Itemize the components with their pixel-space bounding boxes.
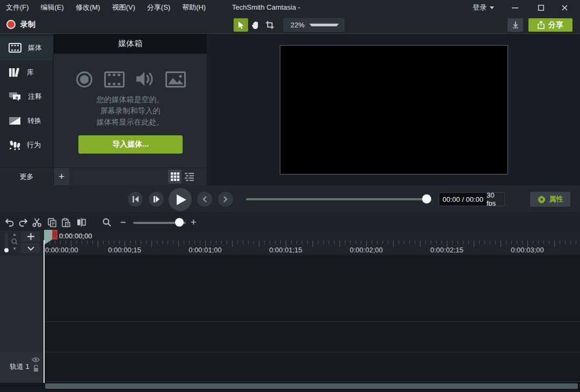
list-view-icon [185, 173, 194, 181]
seek-slider[interactable] [246, 198, 430, 200]
empty-message-line: 屏幕录制和导入的 [54, 105, 207, 117]
timeline-tracks-area[interactable]: 轨道 1 [0, 255, 580, 383]
paste-icon [62, 218, 70, 227]
sidebar-item-behaviors[interactable]: 行为 [0, 133, 53, 157]
ruler-label: 0:00:01;00 [189, 246, 221, 254]
playhead-marker[interactable] [52, 230, 57, 239]
copy-icon [48, 218, 56, 227]
toolbar-separator [91, 215, 92, 230]
tools-sidebar: 媒体 库 a 注释 转换 行为 更多 [0, 34, 54, 185]
chevron-right-icon [223, 196, 228, 202]
track-options-button[interactable] [21, 243, 40, 253]
sidebar-item-label: 媒体 [28, 43, 42, 53]
sidebar-item-library[interactable]: 库 [0, 60, 53, 84]
annotations-icon: a [9, 91, 21, 101]
download-button[interactable] [508, 18, 523, 32]
time-display-box: 00:00 / 00:00 30 fps [439, 192, 505, 206]
playhead-line[interactable] [44, 240, 45, 383]
share-label: 分享 [548, 20, 563, 30]
share-button[interactable]: 分享 [528, 18, 572, 32]
select-tool-button[interactable] [234, 18, 248, 32]
close-button[interactable] [555, 0, 574, 15]
play-icon [177, 194, 186, 205]
media-bin-title: 媒体箱 [54, 34, 207, 54]
empty-message-line: 您的媒体箱是空的。 [54, 94, 207, 105]
canvas-zoom-dropdown[interactable]: 22% [284, 18, 344, 32]
share-icon [538, 21, 545, 29]
sidebar-item-transitions[interactable]: 转换 [0, 108, 53, 133]
properties-button[interactable]: 属性 [530, 192, 570, 207]
behaviors-icon [9, 140, 20, 150]
svg-text:a: a [16, 95, 18, 100]
add-track-button[interactable] [21, 231, 40, 242]
timeline-ruler[interactable]: 0:00:00;00 0:00:00;15 0:00:01;00 0:00:01… [0, 231, 580, 255]
track1-label: 轨道 1 [0, 362, 30, 372]
paste-button[interactable] [59, 215, 73, 229]
zoom-in-button[interactable]: + [191, 215, 197, 230]
ruler-label: 0:00:00;00 [45, 246, 78, 254]
menu-share[interactable]: 分享(S) [141, 0, 176, 15]
crop-tool-button[interactable] [263, 18, 277, 32]
canvas-area [207, 34, 580, 185]
sign-in-button[interactable]: 登录 [473, 0, 494, 15]
maximize-button[interactable] [532, 0, 550, 15]
media-bin-panel: 媒体箱 您的媒体箱是空的。 屏幕录制和导入的 媒体将显示在此处。 导入媒体...… [54, 34, 207, 185]
next-button[interactable] [218, 192, 233, 207]
download-arrow-icon [512, 21, 519, 28]
hand-icon [251, 21, 259, 30]
cut-button[interactable] [30, 215, 44, 229]
sidebar-item-label: 库 [27, 68, 34, 77]
chevron-down-icon [309, 24, 339, 26]
step-forward-icon [153, 196, 160, 202]
split-icon [77, 218, 86, 227]
ruler-label: 0:00:02;00 [350, 246, 382, 254]
list-view-button[interactable] [183, 170, 196, 184]
step-back-button[interactable] [128, 192, 143, 207]
redo-button[interactable] [16, 215, 30, 229]
step-back-icon [132, 196, 139, 202]
add-media-button[interactable]: + [54, 168, 69, 185]
video-preview-stage[interactable] [280, 45, 508, 175]
timeline: 0:00:00;00 0:00:00;15 0:00:01;00 0:00:01… [0, 231, 580, 392]
playhead-flag[interactable] [44, 230, 53, 245]
gear-icon [538, 195, 546, 204]
menu-view[interactable]: 视图(V) [106, 0, 141, 15]
lock-icon[interactable] [33, 365, 39, 372]
horizontal-scrollbar-thumb[interactable] [45, 383, 578, 389]
media-bin-title-text: 媒体箱 [118, 39, 142, 49]
empty-message-line: 媒体将显示在此处。 [54, 117, 207, 128]
sidebar-more-button[interactable]: 更多 [0, 168, 53, 185]
camtasia-window: 文件(F) 编辑(E) 修改(M) 视图(V) 分享(S) 帮助(H) Tech… [0, 0, 580, 392]
menu-edit[interactable]: 编辑(E) [35, 0, 70, 15]
record-button[interactable]: 录制 [4, 17, 38, 32]
image-icon [165, 71, 186, 88]
sidebar-item-label: 行为 [27, 140, 41, 150]
chevron-down-icon [27, 246, 34, 251]
import-media-button[interactable]: 导入媒体... [78, 135, 183, 154]
minimize-button[interactable] [506, 0, 524, 15]
eye-icon[interactable] [32, 357, 40, 362]
track-divider [0, 381, 580, 382]
chevron-down-icon [490, 6, 494, 9]
timeline-zoom-handle[interactable] [175, 218, 184, 227]
media-bin-empty-message: 您的媒体箱是空的。 屏幕录制和导入的 媒体将显示在此处。 [54, 94, 207, 128]
sidebar-item-annotations[interactable]: a 注释 [0, 84, 53, 108]
grid-view-button[interactable] [168, 170, 182, 184]
zoom-out-button[interactable]: − [120, 215, 126, 230]
menu-file[interactable]: 文件(F) [0, 0, 35, 15]
step-forward-button[interactable] [149, 192, 164, 207]
copy-button[interactable] [45, 215, 59, 229]
menu-help[interactable]: 帮助(H) [176, 0, 212, 15]
magnifier-icon [103, 218, 111, 227]
track1-header[interactable]: 轨道 1 [0, 352, 43, 381]
play-button[interactable] [169, 188, 192, 211]
undo-button[interactable] [2, 215, 16, 229]
previous-button[interactable] [197, 192, 212, 207]
track-height-handle[interactable] [4, 248, 9, 252]
split-button[interactable] [74, 215, 88, 229]
sidebar-item-media[interactable]: 媒体 [0, 36, 53, 60]
menu-modify[interactable]: 修改(M) [70, 0, 106, 15]
seek-slider-handle[interactable] [422, 194, 431, 204]
sidebar-item-label: 转换 [27, 116, 41, 126]
pan-tool-button[interactable] [248, 18, 263, 32]
